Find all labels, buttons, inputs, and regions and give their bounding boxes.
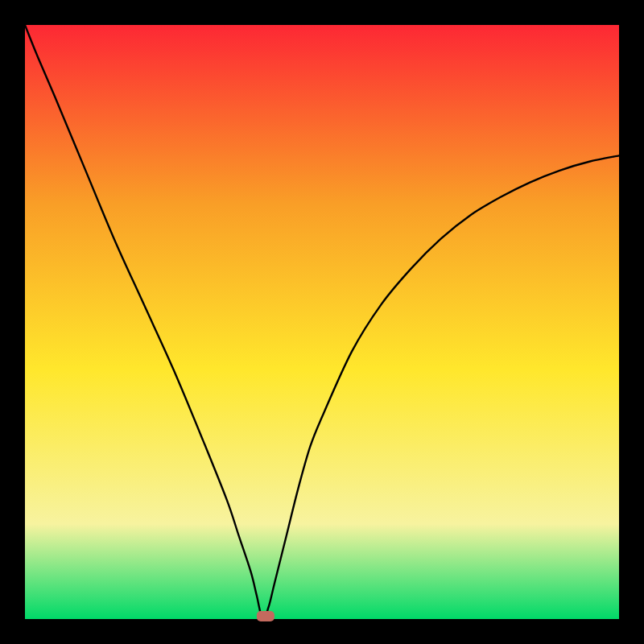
chart-svg [0,0,644,644]
min-marker [257,611,275,621]
plot-background [25,25,619,619]
chart-container: TheBottlenecker.com [0,0,644,644]
